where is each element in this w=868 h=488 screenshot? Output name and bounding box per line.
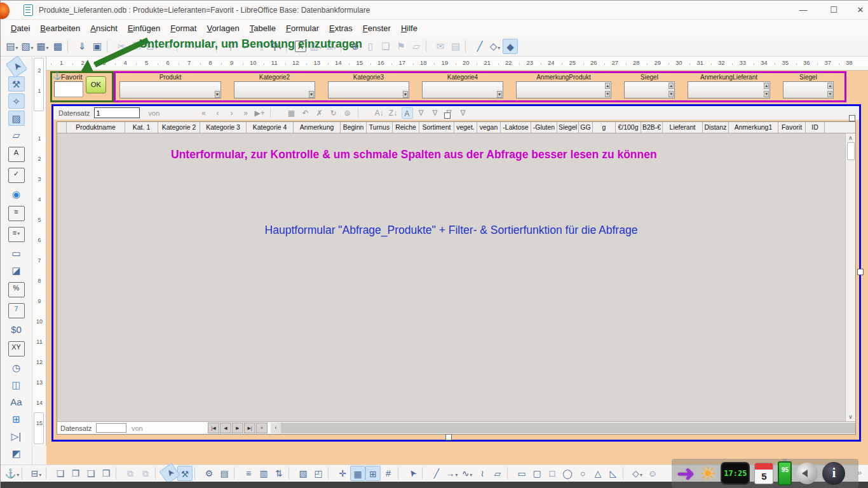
column-header[interactable]: Beginn bbox=[341, 122, 367, 133]
separator[interactable] bbox=[46, 467, 51, 480]
formatted-field-icon[interactable]: % bbox=[8, 282, 25, 297]
separator[interactable] bbox=[116, 467, 121, 480]
circle-icon[interactable]: ○ bbox=[575, 466, 590, 481]
save-as-icon[interactable]: ▩ bbox=[50, 39, 65, 54]
open-icon[interactable]: ▧ bbox=[20, 39, 35, 54]
menu-item[interactable]: Formular bbox=[281, 22, 324, 35]
rectangle-icon[interactable]: ▭ bbox=[514, 466, 529, 481]
digital-clock-gadget[interactable]: 17:25 bbox=[721, 462, 750, 485]
control-properties-icon[interactable]: ⚙ bbox=[201, 466, 217, 481]
back-one-icon[interactable]: ❑ bbox=[83, 466, 98, 481]
row-header-stub[interactable] bbox=[57, 122, 67, 133]
sort-descending-icon[interactable]: Z↓ bbox=[388, 107, 399, 119]
column-header[interactable]: g bbox=[593, 122, 616, 133]
column-header[interactable]: -Laktose bbox=[501, 122, 531, 133]
new-record-button[interactable]: + bbox=[256, 423, 268, 433]
time-field-icon[interactable]: ◷ bbox=[8, 360, 25, 376]
selection-handle[interactable] bbox=[849, 115, 855, 121]
open-in-design-mode-icon[interactable]: ▧ bbox=[295, 466, 311, 481]
align-objects-icon[interactable]: ⊟ bbox=[29, 466, 44, 481]
separator[interactable] bbox=[422, 467, 427, 480]
separator[interactable] bbox=[398, 467, 403, 480]
export-pdf-icon[interactable]: ⇓ bbox=[74, 39, 90, 54]
square-icon[interactable]: □ bbox=[545, 466, 560, 481]
save-record-icon[interactable]: ▦ bbox=[286, 107, 297, 119]
table-body[interactable]: Hauptformular "Abfrage_Produkte" + Filte… bbox=[57, 133, 845, 421]
scrollbar-thumb[interactable] bbox=[847, 142, 855, 160]
auto-control-focus-icon[interactable]: ◰ bbox=[311, 466, 326, 481]
cut-icon[interactable]: ✂ bbox=[114, 39, 129, 54]
column-header[interactable]: Turnus bbox=[367, 122, 393, 133]
arrow-icon[interactable]: → bbox=[444, 466, 459, 481]
display-grid-icon[interactable]: ▦ bbox=[350, 466, 365, 481]
design-mode-icon[interactable]: ⚒ bbox=[177, 466, 193, 481]
column-header[interactable]: GG bbox=[579, 122, 593, 133]
helplines-icon[interactable]: # bbox=[381, 466, 396, 481]
pattern-field-icon[interactable]: XY bbox=[8, 341, 25, 356]
subform-field-input[interactable] bbox=[119, 81, 221, 98]
filter-icon[interactable]: ∇ bbox=[416, 107, 427, 119]
separator[interactable] bbox=[107, 40, 112, 53]
subform-field-input[interactable] bbox=[783, 81, 834, 98]
purple-arrow-icon[interactable]: ➜ bbox=[677, 461, 695, 486]
select-icon[interactable]: ➤ bbox=[5, 55, 27, 78]
column-header[interactable]: Reiche bbox=[393, 122, 419, 133]
favorit-input[interactable] bbox=[54, 81, 83, 97]
snap-to-grid-icon[interactable]: ⊞ bbox=[365, 466, 381, 481]
column-header[interactable]: Anmerkung1 bbox=[729, 122, 778, 133]
selection-handle[interactable] bbox=[857, 269, 864, 275]
subform-field-input[interactable] bbox=[234, 81, 315, 98]
last-record-icon[interactable]: » bbox=[240, 107, 252, 119]
separator[interactable] bbox=[358, 107, 369, 119]
column-header[interactable]: €/100g bbox=[616, 122, 641, 133]
menu-item[interactable]: Vorlagen bbox=[201, 22, 244, 35]
forward-one-icon[interactable]: ❐ bbox=[68, 466, 83, 481]
menu-item[interactable]: Datei bbox=[6, 22, 35, 35]
check-box-icon[interactable]: ✓ bbox=[8, 168, 25, 183]
separator[interactable] bbox=[328, 467, 333, 480]
column-header[interactable]: Anmerkung bbox=[294, 122, 341, 133]
separator[interactable] bbox=[155, 467, 160, 480]
isosceles-triangle-icon[interactable]: △ bbox=[590, 466, 606, 481]
vertical-scrollbar[interactable]: ∧ ∨ bbox=[845, 133, 855, 421]
wizards-toggle-icon[interactable]: ✧ bbox=[8, 93, 25, 109]
list-box-icon[interactable]: ≡ bbox=[8, 206, 25, 221]
label-field-icon[interactable]: ▱ bbox=[8, 128, 25, 143]
save-icon[interactable]: ▦ bbox=[35, 39, 50, 54]
column-header[interactable]: Kategorie 2 bbox=[158, 122, 200, 133]
scrollbar-track[interactable] bbox=[281, 423, 855, 433]
column-header[interactable]: Produktname bbox=[67, 122, 125, 133]
column-header[interactable]: -Gluten bbox=[531, 122, 557, 133]
anchor-icon[interactable]: ⚓ bbox=[4, 466, 20, 481]
menu-item[interactable]: Bearbeiten bbox=[35, 22, 85, 35]
menu-item[interactable]: Extras bbox=[324, 22, 358, 35]
separator[interactable] bbox=[194, 467, 200, 480]
sort-ascending-icon[interactable]: A↓ bbox=[374, 107, 385, 119]
ellipse-icon[interactable]: ◯ bbox=[560, 466, 575, 481]
menu-item[interactable]: Format bbox=[165, 22, 201, 35]
separator[interactable] bbox=[234, 467, 239, 480]
font-icon[interactable]: Aa bbox=[8, 395, 25, 410]
subform-field-input[interactable] bbox=[422, 81, 503, 98]
comment-icon[interactable]: ✉ bbox=[433, 39, 448, 54]
bring-to-front-icon[interactable]: ❏ bbox=[53, 466, 68, 481]
reset-filter-icon[interactable]: ∇ bbox=[458, 107, 469, 119]
column-header[interactable]: ID bbox=[806, 122, 825, 133]
draw-functions-icon[interactable]: ◆ bbox=[503, 39, 518, 54]
polygon-icon[interactable]: ▱ bbox=[490, 466, 505, 481]
minimize-button[interactable]: — bbox=[789, 1, 818, 20]
menu-item[interactable]: Fenster bbox=[358, 22, 396, 35]
refresh-control-icon[interactable]: ⊜ bbox=[342, 107, 353, 119]
selection-handle[interactable] bbox=[444, 112, 451, 119]
subform-field-input[interactable] bbox=[516, 81, 611, 98]
symbol-shapes-icon[interactable]: ☺ bbox=[645, 466, 660, 481]
group-icon[interactable]: ⧉ bbox=[123, 466, 138, 481]
send-to-back-icon[interactable]: ❒ bbox=[98, 466, 114, 481]
separator[interactable] bbox=[623, 467, 628, 480]
add-field-icon[interactable]: ▥ bbox=[256, 466, 271, 481]
line-icon[interactable]: ╱ bbox=[429, 466, 444, 481]
text-box-icon[interactable]: A bbox=[8, 147, 25, 162]
column-header[interactable]: veget. bbox=[454, 122, 477, 133]
apply-filter-icon[interactable]: ∇ bbox=[430, 107, 441, 119]
flag-icon[interactable]: ⚑ bbox=[393, 39, 409, 54]
